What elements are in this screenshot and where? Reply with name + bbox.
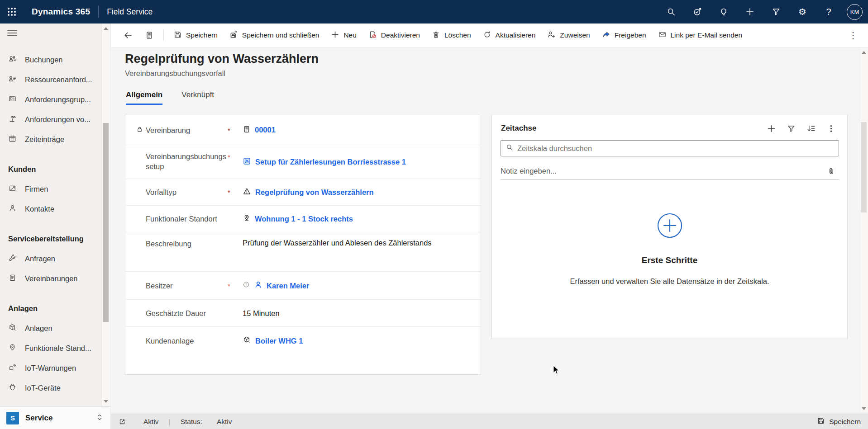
booking-setup-link[interactable]: Setup für Zählerlesungen Borriesstrasse …	[255, 158, 406, 166]
field-row-kundenanlage: Kundenanlage Boiler WHG 1	[125, 327, 481, 354]
timeline-search-input[interactable]	[517, 144, 834, 153]
back-button[interactable]	[117, 26, 139, 44]
calendar-icon	[8, 134, 17, 145]
timeline-search-box[interactable]	[501, 140, 839, 156]
scroll-up-icon[interactable]	[862, 51, 866, 54]
help-icon[interactable]: ?	[818, 0, 839, 24]
field-row-vereinbarung: Vereinbarung * 00001	[125, 115, 481, 145]
save-button[interactable]: Speichern	[167, 26, 224, 44]
sidebar-item-funktionale-standorte[interactable]: Funktionale Stand...	[0, 338, 101, 358]
assign-button[interactable]: Zuweisen	[541, 26, 596, 44]
funktionaler-standort-link[interactable]: Wohnung 1 - 1 Stock rechts	[255, 215, 353, 223]
sidebar-item-label: Buchungen	[25, 56, 63, 64]
delete-button[interactable]: Löschen	[426, 26, 477, 44]
main-scrollbar-thumb[interactable]	[861, 122, 867, 212]
area-switcher[interactable]: S Service	[0, 406, 110, 429]
sidebar-item-ressourcenanforderungen[interactable]: Ressourcenanford...	[0, 70, 101, 90]
sidebar-item-vereinbarungen[interactable]: Vereinbarungen	[0, 269, 101, 288]
note-input-row[interactable]: Notiz eingeben...	[501, 163, 839, 180]
app-name[interactable]: Field Service	[107, 7, 153, 17]
timeline-filter-icon[interactable]	[783, 122, 799, 135]
lightbulb-icon[interactable]	[713, 0, 734, 24]
vereinbarung-link[interactable]: 00001	[255, 126, 276, 134]
topbar-divider	[98, 6, 99, 18]
kundenanlage-link[interactable]: Boiler WHG 1	[255, 336, 303, 345]
sidebar-section-servicebereitstellung: Servicebereitstellung	[0, 229, 101, 249]
status-divider: |	[169, 418, 171, 426]
sidebar-item-iot-warnungen[interactable]: IoT-Warnungen	[0, 358, 101, 378]
bookings-people-icon	[8, 55, 17, 65]
lock-icon	[136, 126, 143, 134]
sidebar-item-zeiteintraege[interactable]: Zeiteinträge	[0, 129, 101, 149]
quick-create-plus-icon[interactable]	[739, 0, 761, 24]
requirement-group-card-icon	[8, 94, 17, 105]
sidebar-item-buchungen[interactable]: Buchungen	[0, 50, 101, 70]
chevron-up-down-icon	[95, 412, 104, 424]
mouse-cursor	[553, 365, 560, 375]
tab-allgemein[interactable]: Allgemein	[126, 90, 162, 105]
sidebar-item-label: Firmen	[25, 185, 48, 193]
sidebar-scrollbar[interactable]	[101, 24, 110, 406]
tab-verknuepft[interactable]: Verknüpft	[181, 90, 214, 105]
field-label: Funktionaler Standort	[146, 214, 226, 224]
timeline-add-plus-icon[interactable]	[763, 122, 779, 135]
refresh-button[interactable]: Aktualisieren	[477, 26, 542, 44]
user-avatar[interactable]: KM	[847, 4, 863, 20]
sidebar-item-label: Anlagen	[25, 324, 52, 333]
sidebar-scrollbar-thumb[interactable]	[103, 123, 109, 322]
field-label: Vereinbarungsbuchungssetup	[146, 151, 226, 172]
timeline-section: Zeitachse Notiz eingeben... Erste Schrit…	[491, 115, 848, 339]
sidebar-item-label: Anforderungsgrup...	[25, 95, 91, 104]
save-and-close-button[interactable]: Speichern und schließen	[224, 26, 325, 44]
new-button[interactable]: Neu	[325, 26, 362, 44]
company-folder-icon	[8, 184, 17, 194]
sidebar-item-anlagen[interactable]: Anlagen	[0, 318, 101, 338]
settings-gear-icon[interactable]: ⚙	[792, 0, 813, 24]
form-selector-icon[interactable]	[139, 26, 160, 44]
search-icon[interactable]	[660, 0, 682, 24]
vorfalltyp-link[interactable]: Regelprüfung von Wasserzählern	[255, 188, 374, 197]
share-button[interactable]: Freigeben	[596, 26, 652, 44]
sidebar-item-anforderungen-von[interactable]: Anforderungen vo...	[0, 109, 101, 129]
field-row-vereinbarungsbuchungssetup: Vereinbarungsbuchungssetup * Setup für Z…	[125, 145, 481, 179]
sidebar-item-anforderungsgruppen[interactable]: Anforderungsgrup...	[0, 90, 101, 109]
get-started-plus-circle-icon[interactable]	[653, 236, 686, 243]
sidebar-item-label: IoT-Warnungen	[25, 364, 76, 372]
task-check-icon[interactable]	[687, 0, 708, 24]
timeline-more-options-icon[interactable]	[823, 122, 839, 135]
app-launcher-waffle-icon[interactable]	[0, 0, 24, 24]
note-placeholder[interactable]: Notiz eingeben...	[501, 167, 819, 175]
site-map-sidebar: Buchungen Ressourcenanford... Anforderun…	[0, 24, 110, 429]
filter-icon[interactable]	[765, 0, 787, 24]
collapse-sidebar-hamburger-icon[interactable]	[7, 29, 17, 38]
sidebar-item-anfragen[interactable]: Anfragen	[0, 249, 101, 269]
required-asterisk: *	[228, 153, 230, 161]
product-name[interactable]: Dynamics 365	[32, 7, 90, 17]
field-row-vorfalltyp: Vorfalltyp * Regelprüfung von Wasserzähl…	[125, 179, 481, 206]
save-icon	[173, 30, 182, 41]
sidebar-item-firmen[interactable]: Firmen	[0, 179, 101, 199]
sidebar-item-iot-geraete[interactable]: IoT-Geräte	[0, 378, 101, 398]
geschaetzte-dauer-value[interactable]: 15 Minuten	[243, 309, 280, 317]
timeline-expand-all-icon[interactable]	[803, 122, 819, 135]
besitzer-link[interactable]: Karen Meier	[267, 281, 309, 290]
info-circle-icon: ?	[243, 281, 250, 290]
sidebar-item-label: Vereinbarungen	[25, 274, 78, 283]
sidebar-item-kontakte[interactable]: Kontakte	[0, 199, 101, 219]
email-link-button[interactable]: Link per E-Mail senden	[652, 26, 749, 44]
sidebar-item-label: Funktionale Stand...	[25, 344, 91, 353]
sidebar-item-label: Zeiteinträge	[25, 135, 64, 144]
more-commands-icon[interactable]: ⋮	[843, 26, 863, 44]
scroll-down-icon[interactable]	[104, 400, 108, 403]
field-label: Vereinbarung	[146, 125, 226, 135]
deactivate-button[interactable]: Deaktivieren	[362, 26, 426, 44]
scroll-down-icon[interactable]	[862, 407, 866, 410]
main-scrollbar[interactable]	[859, 47, 868, 414]
assign-person-icon	[547, 30, 556, 41]
asset-cube-icon	[8, 323, 17, 334]
expand-popout-icon[interactable]	[118, 418, 126, 426]
paperclip-icon[interactable]	[823, 165, 839, 178]
footer-save-button[interactable]: Speichern	[817, 417, 861, 427]
scroll-up-icon[interactable]	[104, 27, 108, 30]
beschreibung-value[interactable]: Prüfung der Wasserzähler und Ablesen des…	[243, 239, 432, 247]
